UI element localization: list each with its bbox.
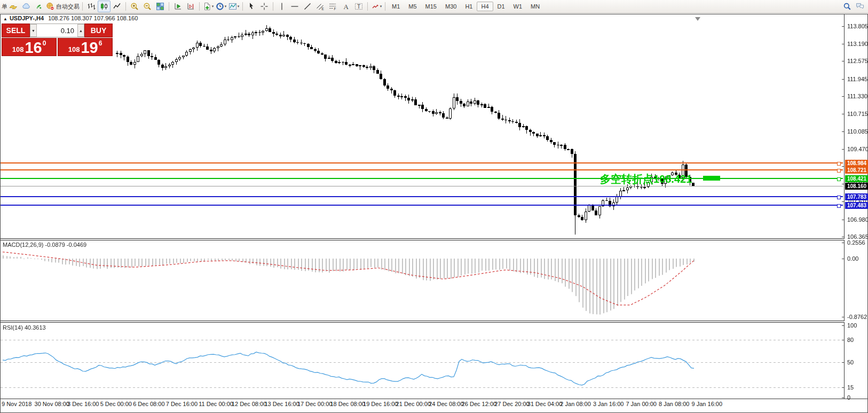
indicators-button[interactable]: ▾	[227, 1, 240, 12]
text-label-button[interactable]: T	[352, 1, 365, 12]
macd-tick-mark	[842, 317, 845, 317]
turning-point-annotation[interactable]: 多空转折点108.421	[600, 172, 692, 186]
clipped-order-icon[interactable]: 单	[2, 3, 7, 11]
price-level-handle[interactable]	[837, 169, 841, 173]
time-axis-label: 9 Jan 16:00	[692, 401, 723, 407]
svg-text:E: E	[322, 7, 325, 11]
dropdown-caret-icon[interactable]: ▾	[212, 4, 214, 9]
timeframe-button-w1[interactable]: W1	[509, 2, 527, 11]
macd-label: MACD(12,26,9) -0.0879 -0.0469	[3, 241, 86, 248]
price-level-handle[interactable]	[837, 177, 841, 181]
channel-icon: E	[316, 2, 325, 11]
collapse-triangle-icon[interactable]: ▲	[3, 17, 7, 21]
dropdown-caret-icon[interactable]: ▾	[225, 4, 227, 9]
price-level-line[interactable]	[1, 162, 843, 163]
candlestick-chart-canvas[interactable]	[1, 23, 844, 238]
sell-price-display[interactable]: 108160	[2, 38, 57, 56]
timeframe-button-d1[interactable]: D1	[493, 2, 509, 11]
price-level-line[interactable]	[1, 205, 843, 206]
autotrade-button[interactable]: 自动交易	[45, 1, 80, 12]
time-axis-label: 18 Dec 08:00	[330, 401, 365, 407]
price-level-label: 108.421	[845, 175, 868, 182]
time-axis-label: 19 Dec 16:00	[363, 401, 398, 407]
auto-scroll-button[interactable]	[171, 1, 184, 12]
sell-button[interactable]: SELL	[2, 24, 30, 37]
trendline-button[interactable]	[301, 1, 314, 12]
timeframe-button-mn[interactable]: MN	[526, 2, 544, 11]
line-chart-button[interactable]	[111, 1, 123, 12]
chart-shift-icon	[186, 2, 195, 11]
gold-icon	[9, 2, 18, 11]
fibonacci-icon: F	[329, 2, 337, 11]
price-tick-label: 106.980	[847, 216, 868, 223]
panel-separator-macd[interactable]	[1, 238, 845, 240]
price-tick-mark	[842, 26, 845, 27]
annotation-green-bar[interactable]	[703, 176, 720, 181]
timeframe-button-m5[interactable]: M5	[404, 2, 421, 11]
text-label-icon: T	[354, 2, 363, 11]
signal-button[interactable]	[33, 1, 45, 12]
price-tick-mark	[842, 149, 845, 150]
buy-price-display[interactable]: 108196	[58, 38, 113, 56]
candlestick-button[interactable]	[98, 1, 111, 12]
price-level-label: 107.783	[845, 193, 868, 200]
timeframe-button-h4[interactable]: H4	[477, 2, 493, 11]
search-button[interactable]	[841, 1, 854, 12]
macd-indicator-canvas[interactable]	[1, 240, 844, 321]
zoom-in-button[interactable]	[128, 1, 141, 12]
crosshair-icon	[260, 2, 269, 11]
fibonacci-button[interactable]: F	[327, 1, 340, 12]
chat-button[interactable]	[854, 1, 866, 12]
buy-button[interactable]: BUY	[84, 24, 113, 37]
dropdown-caret-icon[interactable]: ▾	[238, 4, 240, 9]
volume-value[interactable]: 0.10	[37, 24, 77, 37]
price-level-handle[interactable]	[837, 196, 841, 199]
text-button[interactable]: A	[340, 1, 352, 12]
toolbar-separator	[273, 2, 273, 11]
price-tick-label: 113.805	[847, 23, 868, 29]
arrows-button[interactable]: ▾	[370, 1, 383, 12]
clock-button[interactable]: ▾	[215, 1, 227, 12]
chart-shift-button[interactable]	[184, 1, 197, 12]
new-order-button[interactable]: ▾	[202, 1, 215, 12]
time-axis-label: 13 Dec 16:00	[264, 401, 299, 407]
price-tick-mark	[842, 61, 845, 61]
price-tick-mark	[842, 201, 845, 202]
panel-separator-rsi[interactable]	[1, 321, 845, 323]
price-level-line[interactable]	[1, 169, 843, 170]
toolbar-separator	[169, 2, 169, 11]
cloud-button[interactable]	[20, 1, 33, 12]
candlestick-icon	[100, 2, 108, 11]
price-tick-label: 109.470	[847, 146, 868, 152]
auto-scroll-icon	[173, 2, 182, 11]
vertical-line-button[interactable]	[275, 1, 288, 12]
gold-button[interactable]	[7, 1, 20, 12]
dropdown-caret-icon[interactable]: ▾	[380, 4, 382, 9]
volume-increase-button[interactable]: ▲	[77, 24, 84, 37]
rsi-tick-mark	[842, 362, 845, 363]
zoom-out-button[interactable]	[141, 1, 154, 12]
new-order-icon	[203, 2, 211, 11]
rsi-indicator-canvas[interactable]	[1, 323, 844, 399]
cursor-button[interactable]	[245, 1, 258, 12]
volume-decrease-button[interactable]: ▼	[30, 24, 37, 37]
timeframe-button-m15[interactable]: M15	[421, 2, 441, 11]
tile-windows-button[interactable]	[154, 1, 167, 12]
buy-price-base: 108	[68, 45, 80, 53]
chat-icon	[856, 2, 864, 11]
horizontal-line-button[interactable]	[288, 1, 301, 12]
channel-button[interactable]: E	[314, 1, 327, 12]
price-level-handle[interactable]	[837, 162, 841, 166]
autotrade-label: 自动交易	[56, 3, 80, 11]
timeframe-button-m1[interactable]: M1	[388, 2, 404, 11]
timeframe-button-m30[interactable]: M30	[441, 2, 461, 11]
toolbar-separator	[82, 2, 83, 11]
price-tick-mark	[842, 96, 845, 97]
current-price-label: 108.160	[845, 183, 868, 190]
price-level-handle[interactable]	[837, 204, 841, 208]
price-tick-mark	[842, 131, 845, 132]
bar-chart-button[interactable]	[85, 1, 98, 12]
price-level-line[interactable]	[1, 196, 843, 197]
crosshair-button[interactable]	[258, 1, 271, 12]
timeframe-button-h1[interactable]: H1	[461, 2, 477, 11]
